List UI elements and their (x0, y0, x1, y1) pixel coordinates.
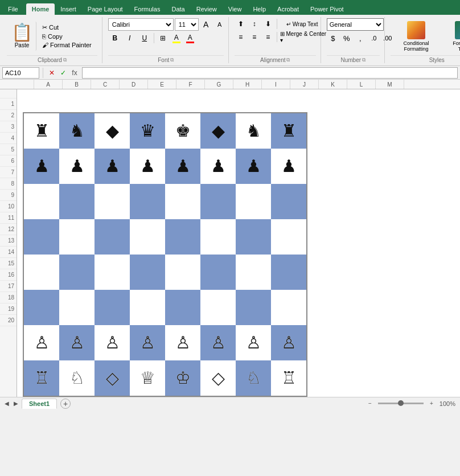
col-header-G[interactable]: G (205, 80, 233, 89)
chess-cell-6-2[interactable]: ♙ (95, 325, 130, 360)
chess-cell-0-2[interactable]: ◆ (95, 113, 130, 149)
chess-cell-6-1[interactable]: ♙ (59, 325, 95, 360)
chess-cell-2-6[interactable] (236, 184, 271, 219)
chess-cell-0-0[interactable]: ♜ (24, 113, 59, 149)
tab-help[interactable]: Help (247, 3, 272, 15)
col-header-B[interactable]: B (63, 80, 91, 89)
chess-cell-6-7[interactable]: ♙ (271, 325, 306, 360)
chess-cell-7-2[interactable]: ◇ (95, 360, 130, 396)
chess-cell-4-3[interactable] (130, 255, 165, 290)
chess-cell-6-0[interactable]: ♙ (24, 325, 59, 360)
font-expander[interactable]: ⧉ (170, 57, 174, 63)
add-sheet-button[interactable]: + (60, 399, 71, 409)
zoom-in-button[interactable]: + (427, 399, 436, 408)
chess-cell-1-5[interactable]: ♟ (200, 149, 236, 184)
font-family-select[interactable]: Calibri (108, 18, 174, 31)
chess-cell-7-5[interactable]: ◇ (200, 360, 236, 396)
font-size-select[interactable]: 11 (175, 18, 199, 31)
col-header-K[interactable]: K (319, 80, 347, 89)
chess-cell-7-4[interactable]: ♔ (165, 360, 200, 396)
chess-cell-1-4[interactable]: ♟ (165, 149, 200, 184)
fill-color-button[interactable]: A (170, 32, 183, 44)
col-header-H[interactable]: H (233, 80, 262, 89)
tab-home[interactable]: Home (26, 3, 55, 15)
confirm-formula-button[interactable]: ✓ (58, 68, 68, 78)
chess-cell-2-2[interactable] (95, 184, 130, 219)
zoom-handle[interactable] (398, 400, 404, 406)
chess-cell-5-2[interactable] (95, 290, 130, 325)
chess-cell-3-1[interactable] (59, 219, 95, 255)
row-num-17[interactable]: 17 (0, 281, 17, 292)
chess-cell-7-6[interactable]: ♘ (236, 360, 271, 396)
chess-cell-4-4[interactable] (165, 255, 200, 290)
row-num-11[interactable]: 11 (0, 212, 17, 224)
col-header-C[interactable]: C (91, 80, 120, 89)
align-bottom-button[interactable]: ⬇ (262, 18, 274, 30)
chess-cell-3-6[interactable] (236, 219, 271, 255)
row-num-20[interactable]: 20 (0, 315, 17, 326)
copy-button[interactable]: ⎘ Copy (40, 32, 94, 40)
bold-button[interactable]: B (108, 32, 122, 44)
cut-button[interactable]: ✂ Cut (40, 23, 94, 32)
chess-cell-4-6[interactable] (236, 255, 271, 290)
file-tab[interactable]: File (0, 3, 26, 15)
chess-cell-3-3[interactable] (130, 219, 165, 255)
nav-next-button[interactable]: ▶ (11, 399, 20, 408)
chess-cell-3-7[interactable] (271, 219, 306, 255)
chess-cell-0-7[interactable]: ♜ (271, 113, 306, 149)
col-header-I[interactable]: I (262, 80, 290, 89)
chess-cell-7-3[interactable]: ♕ (130, 360, 165, 396)
chess-cell-1-0[interactable]: ♟ (24, 149, 59, 184)
font-decrease-button[interactable]: A (213, 19, 226, 30)
chess-cell-3-0[interactable] (24, 219, 59, 255)
zoom-slider[interactable] (378, 403, 424, 404)
chess-cell-2-4[interactable] (165, 184, 200, 219)
col-header-E[interactable]: E (148, 80, 176, 89)
row-num-1[interactable]: 1 (0, 99, 17, 110)
chess-cell-6-3[interactable]: ♙ (130, 325, 165, 360)
chess-cell-4-0[interactable] (24, 255, 59, 290)
chess-cell-5-1[interactable] (59, 290, 95, 325)
conditional-formatting-button[interactable]: Conditional Formatting (391, 19, 442, 54)
chess-cell-7-7[interactable]: ♖ (271, 360, 306, 396)
tab-power-pivot[interactable]: Power Pivot (305, 3, 350, 15)
row-num-4[interactable]: 4 (0, 133, 17, 144)
tab-review[interactable]: Review (191, 3, 223, 15)
cancel-formula-button[interactable]: ✕ (47, 68, 57, 78)
italic-button[interactable]: I (123, 32, 137, 44)
alignment-expander[interactable]: ⧉ (286, 57, 290, 63)
row-num-3[interactable]: 3 (0, 121, 17, 133)
tab-view[interactable]: View (223, 3, 248, 15)
chess-cell-1-2[interactable]: ♟ (95, 149, 130, 184)
chess-cell-1-1[interactable]: ♟ (59, 149, 95, 184)
chess-cell-1-7[interactable]: ♟ (271, 149, 306, 184)
chess-cell-1-6[interactable]: ♟ (236, 149, 271, 184)
col-header-M[interactable]: M (376, 80, 404, 89)
insert-function-button[interactable]: fx (69, 68, 80, 78)
chess-cell-5-6[interactable] (236, 290, 271, 325)
row-num-12[interactable]: 12 (0, 224, 17, 235)
font-increase-button[interactable]: A (200, 19, 212, 30)
tab-page-layout[interactable]: Page Layout (82, 3, 129, 15)
chess-cell-5-5[interactable] (200, 290, 236, 325)
align-middle-button[interactable]: ↕ (248, 18, 261, 30)
chess-cell-2-0[interactable] (24, 184, 59, 219)
chess-cell-5-0[interactable] (24, 290, 59, 325)
format-painter-button[interactable]: 🖌 Format Painter (40, 41, 94, 49)
chess-cell-4-5[interactable] (200, 255, 236, 290)
number-expander[interactable]: ⧉ (362, 57, 365, 63)
row-num-2[interactable]: 2 (0, 110, 17, 121)
row-num-10[interactable]: 10 (0, 201, 17, 212)
tab-formulas[interactable]: Formulas (129, 3, 166, 15)
chess-cell-4-7[interactable] (271, 255, 306, 290)
sheet-tab-sheet1[interactable]: Sheet1 (22, 399, 57, 409)
underline-button[interactable]: U (138, 32, 151, 44)
comma-button[interactable]: , (354, 32, 367, 44)
chess-cell-2-5[interactable] (200, 184, 236, 219)
chess-cell-6-4[interactable]: ♙ (165, 325, 200, 360)
chess-cell-0-5[interactable]: ◆ (200, 113, 236, 149)
row-num-5[interactable]: 5 (0, 144, 17, 155)
align-right-button[interactable]: ≡ (262, 31, 274, 43)
chess-cell-0-4[interactable]: ♚ (165, 113, 200, 149)
chess-cell-4-2[interactable] (95, 255, 130, 290)
